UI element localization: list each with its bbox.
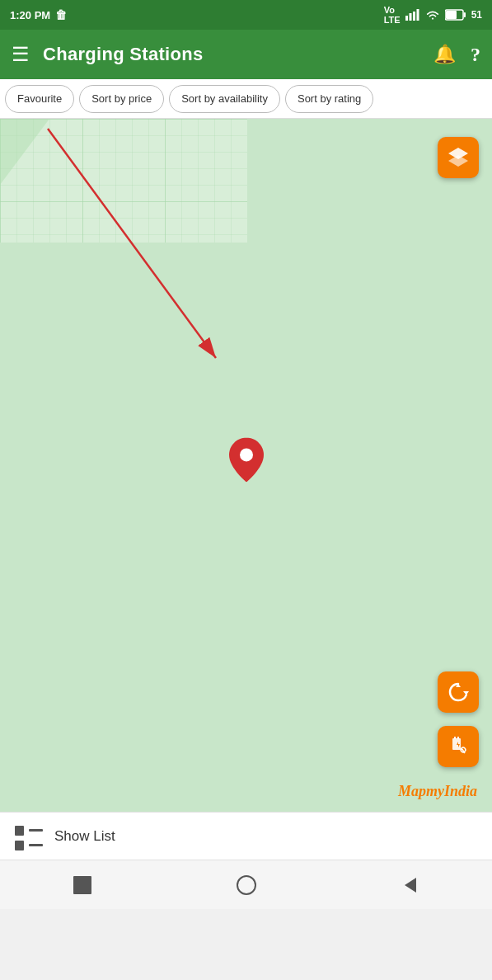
svg-rect-20 bbox=[73, 876, 91, 894]
svg-rect-3 bbox=[416, 9, 419, 21]
time-display: 1:20 PM bbox=[10, 9, 50, 21]
filter-sort-rating[interactable]: Sort by rating bbox=[285, 85, 373, 113]
app-bar: ☰ Charging Stations 🔔 ? bbox=[0, 30, 492, 79]
svg-rect-9 bbox=[0, 119, 247, 243]
refresh-button[interactable] bbox=[438, 671, 479, 713]
svg-rect-18 bbox=[454, 737, 456, 739]
volte-icon: VoLTE bbox=[384, 5, 401, 25]
svg-rect-1 bbox=[409, 13, 411, 21]
svg-marker-16 bbox=[448, 155, 468, 167]
nav-back-button[interactable] bbox=[391, 865, 430, 905]
filter-sort-price[interactable]: Sort by price bbox=[79, 85, 164, 113]
app-title: Charging Stations bbox=[43, 44, 433, 65]
svg-rect-2 bbox=[413, 12, 415, 21]
signal-icon bbox=[405, 9, 420, 21]
map-grid bbox=[0, 119, 247, 243]
navigation-bar bbox=[0, 860, 492, 909]
nav-home-button[interactable] bbox=[227, 865, 266, 905]
svg-rect-6 bbox=[463, 12, 466, 17]
filter-favourite[interactable]: Favourite bbox=[5, 85, 74, 113]
filter-bar: Favourite Sort by price Sort by availabi… bbox=[0, 79, 492, 119]
battery-icon bbox=[445, 9, 466, 21]
battery-percent: 51 bbox=[471, 9, 482, 21]
svg-point-21 bbox=[237, 876, 255, 894]
help-icon[interactable]: ? bbox=[471, 44, 480, 66]
map-area[interactable]: MapmyIndia bbox=[0, 119, 492, 812]
map-location-pin bbox=[229, 437, 264, 488]
wifi-icon bbox=[425, 9, 440, 21]
notification-icon[interactable]: 🔔 bbox=[433, 44, 456, 65]
menu-icon[interactable]: ☰ bbox=[12, 45, 30, 64]
svg-marker-22 bbox=[405, 878, 416, 893]
show-list-label: Show List bbox=[54, 828, 115, 845]
show-list-bar[interactable]: Show List bbox=[0, 812, 492, 860]
layers-button[interactable] bbox=[438, 137, 479, 178]
svg-rect-0 bbox=[405, 16, 408, 21]
filter-sort-availability[interactable]: Sort by availability bbox=[169, 85, 280, 113]
svg-rect-5 bbox=[446, 11, 457, 19]
svg-rect-19 bbox=[457, 737, 459, 739]
map-watermark: MapmyIndia bbox=[398, 783, 477, 800]
status-bar: 1:20 PM 🗑 VoLTE 51 bbox=[0, 0, 492, 30]
trash-icon: 🗑 bbox=[55, 8, 67, 21]
list-icon bbox=[15, 826, 43, 847]
nav-square-button[interactable] bbox=[63, 865, 102, 905]
station-button[interactable] bbox=[438, 726, 479, 767]
svg-point-14 bbox=[240, 448, 253, 461]
